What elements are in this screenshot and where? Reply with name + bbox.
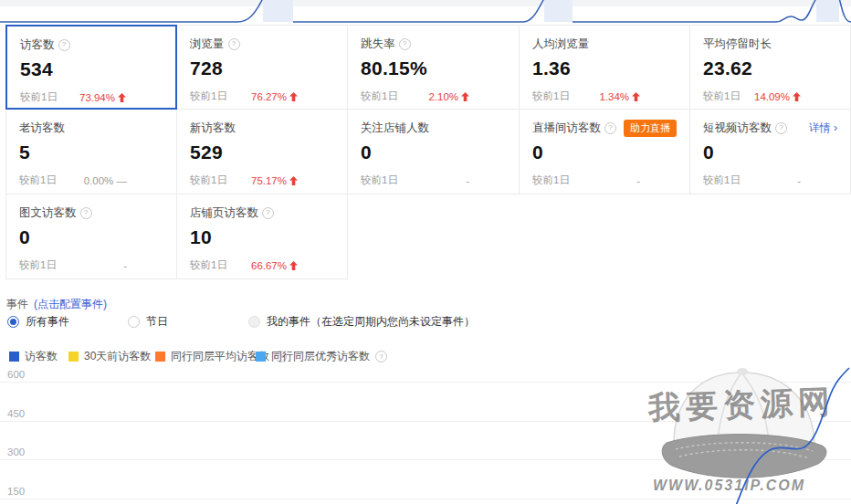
change-percent: 75.17% [251, 175, 287, 186]
radio-icon[interactable] [128, 316, 140, 328]
metric-card-title: 浏览量 [190, 37, 225, 52]
legend-swatch [155, 352, 165, 362]
compare-label: 较前1日 [190, 258, 227, 272]
metric-card-title-row: 店铺页访客数? [190, 205, 334, 220]
compare-label: 较前1日 [361, 173, 398, 187]
metric-compare-row: 较前1日75.17% [190, 173, 334, 187]
grid-row: 600 [0, 382, 851, 383]
metric-card-title: 访客数 [20, 37, 55, 53]
info-icon[interactable]: ? [228, 38, 240, 50]
legend-label: 访客数 [25, 349, 58, 364]
metric-card[interactable]: 图文访客数?0较前1日- [5, 194, 177, 279]
metric-value: 529 [190, 142, 334, 163]
metric-card-title-row: 关注店铺人数 [361, 121, 506, 135]
metric-value: 0 [361, 142, 506, 163]
grid-row: 150 [0, 499, 851, 499]
y-axis-tick: 600 [7, 369, 25, 380]
legend-label: 同行同层平均访客数 [171, 349, 269, 364]
legend-item[interactable]: 同行同层优秀访客数? [256, 349, 387, 364]
change-value: 2.10% [428, 91, 469, 102]
metric-value: 10 [190, 226, 334, 248]
info-icon[interactable]: ? [399, 38, 411, 50]
metric-card[interactable]: 跳失率?80.15%较前1日2.10% [348, 25, 520, 110]
metric-value: 728 [190, 58, 334, 79]
change-value: 0.00% — [84, 175, 127, 186]
metric-card-title: 短视频访客数 [703, 121, 772, 136]
info-icon[interactable]: ? [262, 207, 274, 219]
metric-card-title-row: 浏览量? [190, 37, 334, 51]
metric-value: 1.36 [532, 58, 677, 79]
metric-value: 0 [19, 226, 163, 248]
metric-card-title: 老访客数 [19, 121, 65, 136]
y-axis-tick: 450 [7, 408, 25, 419]
info-icon[interactable]: ? [80, 207, 92, 219]
change-value: - [636, 175, 640, 186]
legend-item[interactable]: 30天前访客数 [68, 349, 151, 364]
event-radio-2[interactable]: 我的事件（在选定周期内您尚未设定事件） [248, 314, 475, 330]
grid-row: 450 [0, 421, 851, 422]
metric-compare-row: 较前1日1.34% [532, 89, 677, 103]
compare-label: 较前1日 [190, 173, 227, 187]
area-fill-band [263, 0, 293, 22]
metric-card[interactable]: 关注店铺人数0较前1日- [348, 110, 520, 194]
chart-legend: 访客数30天前访客数同行同层平均访客数?同行同层优秀访客数? [0, 349, 851, 363]
change-value: 1.34% [599, 91, 640, 102]
metric-card-title: 人均浏览量 [532, 37, 590, 52]
metric-compare-row: 较前1日- [361, 173, 506, 187]
details-link[interactable]: 详情 › [809, 121, 837, 136]
metric-compare-row: 较前1日14.09% [703, 89, 837, 103]
change-percent: 1.34% [599, 91, 629, 102]
metric-compare-row: 较前1日- [19, 258, 163, 272]
area-fill-band [544, 0, 573, 22]
metric-compare-row: 较前1日0.00% — [19, 173, 163, 187]
visitors-chart: 600450300150 [0, 365, 851, 504]
event-radio-1[interactable]: 节日 [128, 314, 168, 330]
metric-card[interactable]: 平均停留时长23.62较前1日14.09% [690, 25, 851, 110]
info-icon[interactable]: ? [375, 351, 387, 362]
event-radio-0[interactable]: 所有事件 [7, 314, 69, 330]
metric-value: 0 [703, 142, 837, 163]
compare-label: 较前1日 [19, 258, 57, 272]
live-boost-button[interactable]: 助力直播 [624, 120, 677, 137]
metric-card[interactable]: 店铺页访客数?10较前1日66.67% [177, 194, 348, 279]
compare-label: 较前1日 [532, 173, 570, 187]
grid-line [0, 382, 851, 383]
metric-card[interactable]: 老访客数5较前1日0.00% — [5, 110, 177, 194]
metric-card[interactable]: 直播间访客数?助力直播0较前1日- [520, 110, 690, 194]
metric-card-title: 跳失率 [361, 37, 395, 52]
grid-line [0, 459, 851, 460]
y-axis-tick: 300 [7, 446, 25, 457]
configure-events-link[interactable]: (点击配置事件) [34, 297, 107, 312]
metric-card[interactable]: 新访客数529较前1日75.17% [177, 110, 348, 194]
radio-label: 我的事件（在选定周期内您尚未设定事件） [267, 314, 475, 330]
metric-card-title: 平均停留时长 [703, 37, 772, 52]
metric-card[interactable]: 浏览量?728较前1日76.27% [177, 25, 348, 110]
info-icon[interactable]: ? [604, 122, 616, 134]
info-icon[interactable]: ? [58, 39, 70, 51]
event-label: 事件 [6, 297, 28, 312]
grid-row: 300 [0, 459, 851, 460]
radio-icon[interactable] [7, 316, 19, 328]
legend-item[interactable]: 访客数 [9, 349, 58, 364]
metric-card-title-row: 平均停留时长 [703, 37, 837, 51]
change-percent: 66.67% [251, 260, 287, 271]
metric-card[interactable]: 访客数?534较前1日73.94% [5, 25, 177, 110]
metric-compare-row: 较前1日66.67% [190, 258, 334, 272]
top-chart-strip [0, 0, 851, 25]
metric-card[interactable]: 短视频访客数?详情 ›0较前1日- [690, 110, 851, 194]
metric-card[interactable]: 人均浏览量1.36较前1日1.34% [520, 25, 690, 110]
compare-label: 较前1日 [703, 173, 741, 187]
metric-card-title-row: 跳失率? [361, 37, 506, 51]
compare-label: 较前1日 [361, 89, 398, 103]
grid-line [0, 499, 851, 499]
legend-label: 30天前访客数 [84, 349, 151, 364]
legend-label: 同行同层优秀访客数 [271, 349, 370, 364]
compare-label: 较前1日 [190, 89, 227, 103]
grid-line [0, 421, 851, 422]
event-section-header: 事件 (点击配置事件) [6, 297, 107, 312]
legend-swatch [9, 352, 19, 362]
info-icon[interactable]: ? [775, 122, 787, 134]
radio-icon[interactable] [248, 316, 260, 328]
metric-card-title: 店铺页访客数 [190, 205, 258, 221]
metric-card-title-row: 直播间访客数?助力直播 [532, 121, 677, 135]
